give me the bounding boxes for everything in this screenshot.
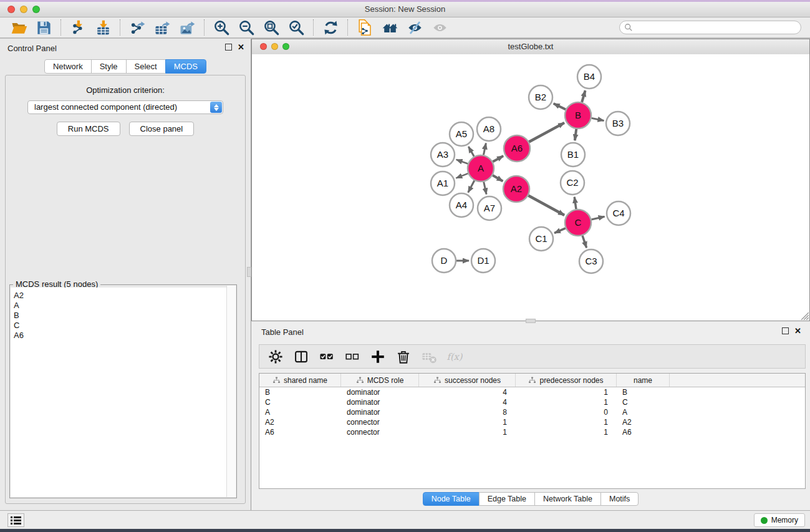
graph-node-A5[interactable]: A5	[450, 122, 473, 146]
column-header-name[interactable]: name	[617, 374, 670, 387]
network-from-file-button[interactable]	[352, 18, 377, 37]
graph-node-D1[interactable]: D1	[471, 249, 495, 273]
column-layout-button[interactable]	[290, 347, 312, 367]
memory-button[interactable]: Memory	[754, 513, 805, 527]
add-column-button[interactable]	[367, 347, 389, 367]
export-network-button[interactable]	[125, 18, 150, 37]
save-session-button[interactable]	[31, 18, 56, 37]
column-header-shared-name[interactable]: shared name	[259, 374, 341, 387]
tab-select[interactable]: Select	[126, 59, 166, 74]
table-row[interactable]: Bdominator41B	[259, 387, 805, 397]
graph-node-C[interactable]: C	[565, 210, 591, 236]
export-table-button[interactable]	[150, 18, 175, 37]
refresh-network-view-button[interactable]	[318, 18, 343, 37]
select-all-columns-button[interactable]	[316, 347, 338, 367]
tab-motifs[interactable]: Motifs	[600, 492, 639, 506]
table-cell[interactable]: A6	[617, 427, 670, 437]
table-cell[interactable]: dominator	[341, 387, 419, 397]
export-image-button[interactable]	[175, 18, 200, 37]
network-canvas[interactable]: B4B2BB3A5A8A6A3AB1A1C2A2A4A7C4CC1C3DD1	[252, 54, 809, 321]
column-header-successor-nodes[interactable]: successor nodes	[419, 374, 516, 387]
hide-graphics-details-button[interactable]	[402, 18, 427, 37]
table-cell[interactable]: connector	[341, 417, 419, 427]
import-network-button[interactable]	[65, 18, 90, 37]
graph-node-C2[interactable]: C2	[561, 171, 584, 195]
close-table-panel-icon[interactable]: ✕	[794, 327, 801, 334]
zoom-out-button[interactable]	[234, 18, 259, 37]
maximize-window-button[interactable]	[32, 6, 40, 13]
delete-column-button[interactable]	[392, 347, 415, 367]
table-cell[interactable]: 4	[419, 387, 516, 397]
table-cell[interactable]: 1	[419, 427, 516, 437]
graph-edge-B-B4[interactable]	[582, 90, 585, 102]
graph-edge-C-C4[interactable]	[591, 216, 604, 220]
tab-style[interactable]: Style	[91, 59, 127, 74]
graph-edge-A-A1[interactable]	[456, 173, 468, 178]
vertical-splitter-handle[interactable]	[247, 267, 251, 277]
zoom-selected-button[interactable]	[284, 18, 309, 37]
zoom-fit-content-button[interactable]	[259, 18, 284, 37]
graph-node-B2[interactable]: B2	[529, 85, 552, 109]
float-table-panel-icon[interactable]	[782, 327, 789, 334]
home-view-button[interactable]	[377, 18, 402, 37]
column-header-predecessor-nodes[interactable]: predecessor nodes	[516, 374, 617, 387]
unselect-all-columns-button[interactable]	[341, 347, 364, 367]
tab-mcds[interactable]: MCDS	[165, 59, 206, 74]
graph-node-A1[interactable]: A1	[431, 172, 455, 195]
minimize-window-button[interactable]	[20, 6, 27, 13]
tab-network[interactable]: Network	[44, 59, 92, 74]
result-scrollbar[interactable]	[226, 286, 236, 497]
table-cell[interactable]: 1	[516, 397, 617, 407]
table-cell[interactable]: A	[259, 407, 341, 417]
horizontal-splitter-handle[interactable]	[526, 319, 536, 323]
graph-node-A2[interactable]: A2	[503, 176, 529, 202]
open-session-button[interactable]	[6, 18, 31, 37]
result-list-item[interactable]: C	[11, 321, 227, 331]
table-cell[interactable]: 1	[516, 427, 617, 437]
graph-edge-A-A2[interactable]	[493, 175, 503, 181]
table-cell[interactable]: 4	[419, 397, 516, 407]
graph-node-A8[interactable]: A8	[477, 117, 501, 141]
table-cell[interactable]: A6	[259, 427, 341, 437]
graph-node-B4[interactable]: B4	[577, 65, 601, 89]
zoom-in-button[interactable]	[209, 18, 234, 37]
table-cell[interactable]: C	[617, 397, 670, 407]
graph-edge-C-C3[interactable]	[582, 236, 587, 248]
table-cell[interactable]: B	[617, 387, 670, 397]
graph-node-C4[interactable]: C4	[607, 201, 630, 225]
result-list-item[interactable]: A	[11, 301, 227, 311]
task-history-button[interactable]	[7, 513, 24, 527]
graph-edge-B-B3[interactable]	[592, 118, 604, 120]
graph-node-A6[interactable]: A6	[504, 135, 530, 162]
table-cell[interactable]: 1	[419, 417, 516, 427]
table-cell[interactable]: 8	[419, 407, 516, 417]
table-row[interactable]: Adominator80A	[259, 407, 805, 417]
graph-edge-A2-C[interactable]	[528, 196, 564, 215]
network-maximize-button[interactable]	[282, 43, 289, 50]
close-panel-icon[interactable]: ✕	[238, 44, 244, 51]
result-list-item[interactable]: A2	[11, 291, 227, 301]
run-mcds-button[interactable]: Run MCDS	[57, 122, 120, 136]
import-table-button[interactable]	[90, 18, 115, 37]
graph-node-C1[interactable]: C1	[529, 227, 553, 251]
close-window-button[interactable]	[7, 6, 15, 13]
resize-grip-icon[interactable]	[799, 311, 809, 320]
table-row[interactable]: A2connector11A2	[259, 417, 805, 427]
tab-edge-table[interactable]: Edge Table	[479, 492, 535, 506]
table-cell[interactable]: dominator	[341, 407, 419, 417]
table-cell[interactable]: A2	[259, 417, 341, 427]
tab-node-table[interactable]: Node Table	[423, 492, 480, 506]
criterion-select[interactable]: largest connected component (directed)	[27, 100, 223, 114]
table-cell[interactable]: 1	[516, 387, 617, 397]
graph-edge-B-B1[interactable]	[575, 129, 576, 140]
graph-node-A7[interactable]: A7	[478, 196, 501, 220]
table-cell[interactable]: B	[259, 387, 341, 397]
table-cell[interactable]: 0	[516, 407, 617, 417]
table-cell[interactable]: A	[617, 407, 670, 417]
result-list-item[interactable]: B	[11, 311, 227, 321]
result-list-item[interactable]: A6	[11, 331, 227, 341]
table-cell[interactable]: 1	[516, 417, 617, 427]
graph-edge-A6-B[interactable]	[529, 123, 564, 142]
table-row[interactable]: A6connector11A6	[259, 427, 805, 437]
graph-edge-A-A8[interactable]	[483, 143, 486, 155]
